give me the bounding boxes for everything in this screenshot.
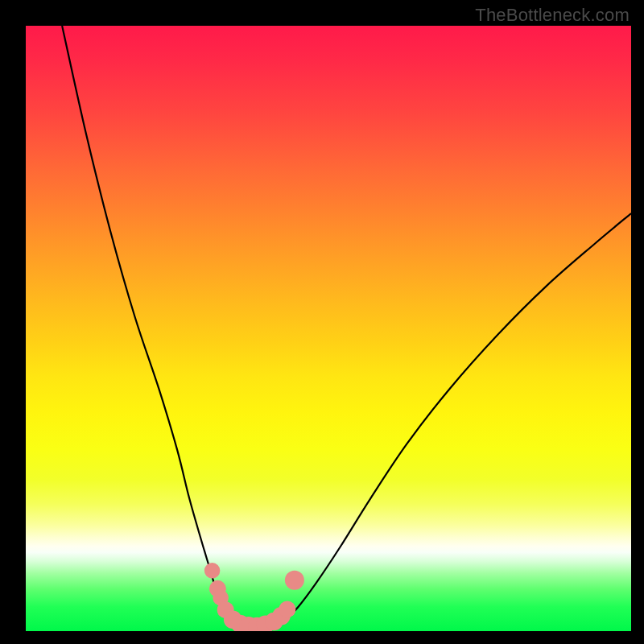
marker-dot: [279, 601, 295, 617]
plot-area: [26, 26, 631, 631]
valley-markers: [204, 563, 304, 631]
watermark-text: TheBottleneck.com: [475, 5, 630, 26]
marker-dot: [285, 571, 304, 590]
curve-left-branch: [62, 26, 229, 622]
curve-right-branch: [283, 213, 631, 622]
chart-frame: TheBottleneck.com: [0, 0, 644, 644]
marker-dot: [204, 563, 221, 579]
curve-layer: [26, 26, 631, 631]
